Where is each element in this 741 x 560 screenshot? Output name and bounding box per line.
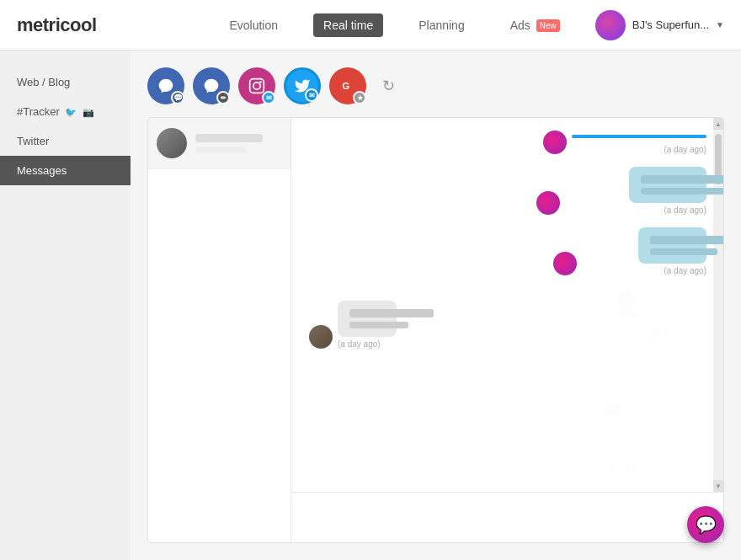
refresh-button[interactable]: ↻ [375,72,402,99]
avatar [595,10,626,40]
message-bubble [638,227,706,264]
nav-ads[interactable]: Ads New [500,13,570,37]
fb-comment-icon-btn[interactable]: ✏ [193,67,230,104]
twitter-badge: ✉ [305,88,318,102]
fb-chat-icon-btn[interactable]: 💬 [147,67,184,104]
svg-point-1 [253,83,260,89]
instagram-icon-small: 📷 [83,107,94,117]
google-badge: ★ [353,91,366,104]
social-icons-row: 💬 ✏ ✉ ✉ G ★ ↻ [147,67,724,104]
logo: metricool [17,14,97,36]
msg-timestamp: (a day ago) [664,205,706,215]
sidebar-item-twitter[interactable]: Twitter [0,126,131,156]
header: metricool Evolution Real time Planning A… [0,0,741,51]
nav-realtime[interactable]: Real time [313,13,383,37]
twitter-icon-btn[interactable]: ✉ [284,67,321,104]
conv-name [195,134,263,142]
sender-avatar [536,191,560,215]
sidebar-item-tracker[interactable]: #Tracker 🐦 📷 [0,97,131,126]
google-icon-btn[interactable]: G ★ [329,67,366,104]
main-layout: Web / Blog #Tracker 🐦 📷 Twitter Messages… [0,51,741,560]
sent-bubble-wrapper: (a day ago) [582,227,706,275]
chat-input[interactable] [304,503,696,533]
main-nav: Evolution Real time Planning Ads New [219,13,569,37]
user-area[interactable]: BJ's Superfun... ▼ [595,10,724,40]
message-row: (a day ago) [304,131,706,154]
ads-new-badge: New [536,19,560,32]
twitter-icon-small: 🐦 [65,107,77,117]
msg-timestamp: (a day ago) [664,145,706,154]
message-row: (a day ago) [304,227,706,275]
sidebar-item-messages[interactable]: Messages [0,156,131,185]
fb-chat-badge: 💬 [171,91,184,104]
chat-area: 👤 🔗 in ∞ 🐦 f metricool metricool 👤 faceb… [291,118,723,542]
sender-avatar [553,252,577,275]
msg-timestamp: (a day ago) [338,339,445,349]
sidebar: Web / Blog #Tracker 🐦 📷 Twitter Messages [0,51,131,560]
conv-avatar [157,128,187,158]
svg-point-2 [259,81,262,83]
sent-bubble-wrapper: (a day ago) [572,135,706,154]
message-bubble [338,301,397,337]
svg-text:G: G [342,80,349,91]
conversation-item[interactable] [148,118,291,169]
sender-avatar [543,131,567,154]
sent-bubble-wrapper: (a day ago) [565,167,706,215]
ig-badge: ✉ [262,91,275,104]
nav-evolution[interactable]: Evolution [219,13,288,37]
conversation-list [148,118,291,542]
fab-chat-icon: 💬 [696,515,717,535]
receiver-avatar [309,325,333,349]
message-bubble [629,167,706,203]
chevron-down-icon: ▼ [716,20,724,29]
sidebar-item-web-blog[interactable]: Web / Blog [0,67,131,97]
chat-input-area: ☺ [291,492,723,542]
conv-preview [195,147,246,153]
fb-comment-badge: ✏ [216,91,230,104]
msg-timestamp: (a day ago) [664,266,706,275]
nav-planning[interactable]: Planning [408,13,475,37]
messages-panel: 👤 🔗 in ∞ 🐦 f metricool metricool 👤 faceb… [147,117,724,543]
message-row: (a day ago) [304,301,706,349]
chat-messages[interactable]: (a day ago) (a day ago) [291,118,723,492]
conv-info [195,134,282,153]
main-content: 💬 ✏ ✉ ✉ G ★ ↻ [131,51,741,560]
user-name: BJ's Superfun... [632,19,709,31]
svg-rect-0 [250,79,264,93]
ig-icon-btn[interactable]: ✉ [238,67,275,104]
fab-chat-button[interactable]: 💬 [687,506,724,543]
message-row: (a day ago) [304,167,706,215]
